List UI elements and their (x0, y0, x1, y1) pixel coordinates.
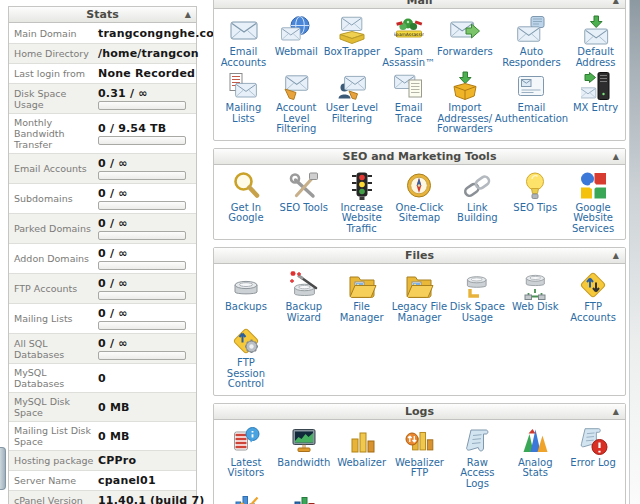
legacy-file-manager-icon[interactable] (392, 270, 448, 300)
app-label[interactable]: Link Building (449, 203, 505, 224)
app-label[interactable]: Web Disk (507, 302, 563, 313)
app-label[interactable]: User Level Filtering (324, 103, 380, 124)
get-in-google-icon[interactable] (218, 171, 274, 201)
app-backups[interactable]: Backups (217, 268, 275, 324)
disk-space-usage-icon[interactable] (449, 270, 505, 300)
section-header-mail[interactable]: Mail▲ (214, 0, 625, 9)
app-webalizer[interactable]: Webalizer (333, 424, 391, 491)
app-disk-space-usage[interactable]: Disk Space Usage (448, 268, 506, 324)
awstats-icon[interactable] (276, 492, 332, 504)
app-label[interactable]: Account Level Filtering (271, 103, 322, 135)
analog-stats-icon[interactable] (507, 426, 563, 456)
web-disk-icon[interactable] (507, 270, 563, 300)
app-error-log[interactable]: Error Log (564, 424, 622, 491)
app-email-accounts[interactable]: Email Accounts (217, 13, 270, 69)
webalizer-ftp-icon[interactable] (392, 426, 448, 456)
one-click-sitemap-icon[interactable] (392, 171, 448, 201)
app-backup-wizard[interactable]: Backup Wizard (275, 268, 333, 324)
backups-icon[interactable] (218, 270, 274, 300)
section-header-files[interactable]: Files▲ (214, 248, 625, 264)
app-label[interactable]: Mailing Lists (218, 103, 269, 124)
app-email-trace[interactable]: Email Trace (381, 69, 436, 136)
app-one-click-sitemap[interactable]: One-Click Sitemap (391, 169, 449, 236)
app-webmail[interactable]: Webmail (270, 13, 323, 69)
app-label[interactable]: Spam Assassin™ (382, 47, 435, 68)
app-raw-access-logs[interactable]: Raw Access Logs (448, 424, 506, 491)
seo-tips-icon[interactable] (507, 171, 563, 201)
app-file-manager[interactable]: File Manager (333, 268, 391, 324)
app-mailing-lists[interactable]: Mailing Lists (217, 69, 270, 136)
collapse-arrow-icon[interactable]: ▲ (613, 248, 619, 263)
app-get-in-google[interactable]: Get In Google (217, 169, 275, 236)
email-authentication-icon[interactable] (495, 71, 568, 101)
email-accounts-icon[interactable] (218, 15, 269, 45)
app-label[interactable]: Webmail (271, 47, 322, 58)
app-label[interactable]: Forwarders (437, 47, 493, 58)
raw-access-logs-icon[interactable] (449, 426, 505, 456)
app-account-level-filtering[interactable]: Account Level Filtering (270, 69, 323, 136)
app-label[interactable]: Disk Space Usage (449, 302, 505, 323)
app-label[interactable]: Webalizer FTP (392, 458, 448, 479)
app-label[interactable]: File Manager (334, 302, 390, 323)
google-website-services-icon[interactable] (565, 171, 621, 201)
link-building-icon[interactable] (449, 171, 505, 201)
increase-website-traffic-icon[interactable] (334, 171, 390, 201)
app-label[interactable]: Bandwidth (276, 458, 332, 469)
app-latest-visitors[interactable]: Latest Visitors (217, 424, 275, 491)
ftp-session-control-icon[interactable] (218, 326, 274, 356)
account-level-filtering-icon[interactable] (271, 71, 322, 101)
app-email-authentication[interactable]: Email Authentication (494, 69, 569, 136)
collapse-arrow-icon[interactable]: ▲ (613, 149, 619, 164)
choose-log-programs-icon[interactable] (218, 492, 274, 504)
app-label[interactable]: Legacy File Manager (392, 302, 448, 323)
error-log-icon[interactable] (565, 426, 621, 456)
forwarders-icon[interactable] (437, 15, 493, 45)
app-label[interactable]: Increase Website Traffic (334, 203, 390, 235)
app-analog-stats[interactable]: Analog Stats (506, 424, 564, 491)
latest-visitors-icon[interactable] (218, 426, 274, 456)
ftp-accounts-icon[interactable] (565, 270, 621, 300)
app-label[interactable]: Analog Stats (507, 458, 563, 479)
app-label[interactable]: FTP Accounts (565, 302, 621, 323)
import-addresses-forwarders-icon[interactable] (437, 71, 493, 101)
app-label[interactable]: SEO Tools (276, 203, 332, 214)
app-import-addresses-forwarders[interactable]: Import Addresses/ Forwarders (436, 69, 494, 136)
boxtrapper-icon[interactable] (324, 15, 380, 45)
app-label[interactable]: BoxTrapper (324, 47, 380, 58)
default-address-icon[interactable] (570, 15, 621, 45)
app-label[interactable]: Email Trace (382, 103, 435, 124)
app-label[interactable]: Error Log (565, 458, 621, 469)
app-label[interactable]: MX Entry (570, 103, 621, 114)
section-header-logs[interactable]: Logs▲ (214, 404, 625, 420)
app-seo-tools[interactable]: SEO Tools (275, 169, 333, 236)
app-label[interactable]: Backup Wizard (276, 302, 332, 323)
file-manager-icon[interactable] (334, 270, 390, 300)
app-user-level-filtering[interactable]: User Level Filtering (323, 69, 381, 136)
collapse-arrow-icon[interactable]: ▲ (185, 7, 191, 22)
collapse-arrow-icon[interactable]: ▲ (613, 0, 619, 8)
app-label[interactable]: Email Accounts (218, 47, 269, 68)
sidebar-collapse-handle[interactable] (0, 447, 6, 490)
app-awstats[interactable]: Awstats (275, 490, 333, 504)
section-header-seo-and-marketing-tools[interactable]: SEO and Marketing Tools▲ (214, 149, 625, 165)
webalizer-icon[interactable] (334, 426, 390, 456)
app-label[interactable]: Latest Visitors (218, 458, 274, 479)
app-label[interactable]: Google Website Services (565, 203, 621, 235)
app-label[interactable]: Email Authentication (495, 103, 568, 124)
app-ftp-accounts[interactable]: FTP Accounts (564, 268, 622, 324)
app-label[interactable]: Import Addresses/ Forwarders (437, 103, 493, 135)
app-ftp-session-control[interactable]: FTP Session Control (217, 324, 275, 391)
spamassassin-icon[interactable]: SpamAssassin (382, 15, 435, 45)
app-label[interactable]: One-Click Sitemap (392, 203, 448, 224)
app-boxtrapper[interactable]: BoxTrapper (323, 13, 381, 69)
app-bandwidth[interactable]: Bandwidth (275, 424, 333, 491)
webmail-icon[interactable] (271, 15, 322, 45)
app-label[interactable]: Webalizer (334, 458, 390, 469)
app-label[interactable]: Backups (218, 302, 274, 313)
app-choose-log-programs[interactable]: Choose Log Programs (217, 490, 275, 504)
seo-tools-icon[interactable] (276, 171, 332, 201)
bandwidth-icon[interactable] (276, 426, 332, 456)
mx-entry-icon[interactable] (570, 71, 621, 101)
user-level-filtering-icon[interactable] (324, 71, 380, 101)
app-legacy-file-manager[interactable]: Legacy File Manager (391, 268, 449, 324)
